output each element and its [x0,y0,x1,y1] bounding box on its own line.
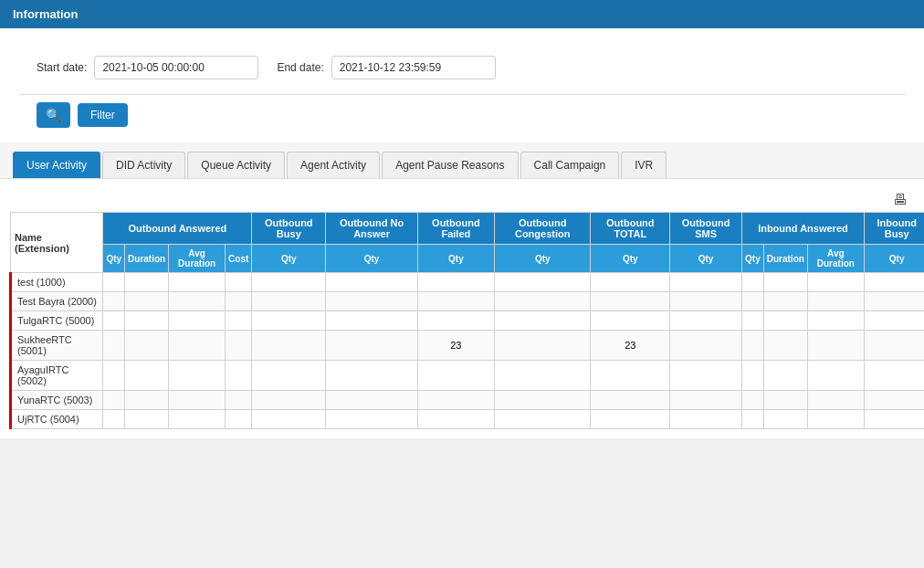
start-date-input[interactable] [94,56,258,79]
outbound-no-answer-header: Outbound No Answer [326,213,418,245]
cell [417,410,494,429]
cell [103,292,125,311]
row-name: AyaguIRTC (5002) [11,361,103,391]
cell [417,391,494,410]
export-icon[interactable]: 🖶 [9,188,915,212]
cell [326,311,418,331]
cell [169,361,226,391]
cell [670,311,742,331]
cell [169,292,226,311]
cell [807,391,864,410]
end-date-input[interactable] [331,56,496,79]
sub-qty-2: Qty [252,245,326,273]
cell [103,361,125,391]
cell [252,331,326,361]
cell [670,391,742,410]
tab-ivr[interactable]: IVR [621,152,667,178]
table-row: Test Bayra (2000) [11,292,925,311]
cell [326,292,418,311]
row-name: YunaRTC (5003) [11,391,103,410]
sub-duration-1: Duration [125,245,169,273]
cell [763,361,807,391]
cell [591,361,670,391]
cell [742,391,764,410]
cell [807,331,864,361]
cell [763,311,807,331]
cell [742,311,764,331]
cell [807,361,864,391]
table-row: test (1000) [11,273,925,292]
cell [169,410,226,429]
row-name: TulgaRTC (5000) [11,311,103,331]
cell [494,361,591,391]
cell [169,391,226,410]
cell [169,331,226,361]
start-date-label: Start date: [37,61,87,74]
cell [670,410,742,429]
sub-qty-5: Qty [494,245,591,273]
cell [417,311,494,331]
cell [326,331,418,361]
cell [103,410,125,429]
cell [252,410,326,429]
tab-queue-activity[interactable]: Queue Activity [187,152,285,178]
tab-user-activity[interactable]: User Activity [13,152,100,178]
sub-qty-7: Qty [670,245,742,273]
cell [807,311,864,331]
cell [252,311,326,331]
cell [864,391,924,410]
cell [252,273,326,292]
cell [103,311,125,331]
row-name: UjRTC (5004) [11,410,103,429]
cell [125,391,169,410]
cell [417,292,494,311]
tab-agent-activity[interactable]: Agent Activity [287,152,380,178]
outbound-sms-header: Outbound SMS [670,213,742,245]
cell [763,391,807,410]
app-title: Information [13,7,79,21]
cell [591,311,670,331]
cell [226,331,252,361]
cell [252,292,326,311]
cell [742,361,764,391]
cell [670,331,742,361]
cell: 23 [417,331,494,361]
cell [252,361,326,391]
cell [807,292,864,311]
cell [864,331,924,361]
cell [591,273,670,292]
cell [864,311,924,331]
cell [494,410,591,429]
cell [494,311,591,331]
cell [326,410,418,429]
inbound-answered-header: Inbound Answered [742,213,865,245]
cell [670,292,742,311]
filter-button[interactable]: Filter [78,103,128,127]
table-row: TulgaRTC (5000) [11,311,925,331]
cell [742,331,764,361]
cell [742,273,764,292]
sub-avg-duration-2: Avg Duration [807,245,864,273]
cell [226,410,252,429]
name-column-header: Name(Extension) [11,213,103,273]
table-row: SukheeRTC (5001)2323 [11,331,925,361]
cell [670,273,742,292]
outbound-answered-header: Outbound Answered [103,213,252,245]
main-content: 🖶 Name(Extension) Outbound Answered Outb… [0,179,924,438]
cell [125,311,169,331]
cell [125,331,169,361]
cell [226,361,252,391]
cell [742,410,764,429]
row-name: test (1000) [11,273,103,292]
sub-qty-4: Qty [417,245,494,273]
cell [864,273,924,292]
table-row: AyaguIRTC (5002) [11,361,925,391]
cell [591,410,670,429]
cell [742,292,764,311]
search-button[interactable]: 🔍 [37,102,70,128]
tab-did-activity[interactable]: DID Activity [102,152,185,178]
sub-avg-duration-1: Avg Duration [169,245,226,273]
tab-agent-pause-reasons[interactable]: Agent Pause Reasons [382,152,518,178]
tab-call-campaign[interactable]: Call Campaign [520,152,620,178]
cell [494,273,591,292]
